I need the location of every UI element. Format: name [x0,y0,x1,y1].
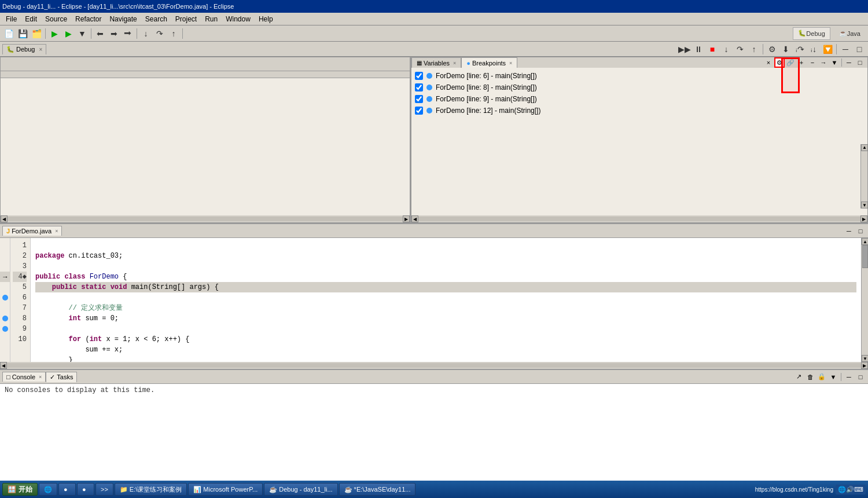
console-open-btn[interactable]: ↗ [793,372,804,382]
bp-checkbox-1[interactable] [415,72,423,80]
bp-hscroll[interactable]: ◀ ▶ [411,215,867,222]
toggle-step-filters-btn[interactable]: 🔽 [821,43,834,56]
menu-edit[interactable]: Edit [21,14,41,24]
console-tab[interactable]: □ Console × [2,372,46,382]
console-min-btn[interactable]: ─ [844,372,854,382]
editor-hscroll[interactable]: ◀ ▶ [0,362,868,369]
bp-link-btn[interactable]: 🔗 [785,57,796,68]
suspend-btn[interactable]: ⏸ [692,43,705,56]
menu-window[interactable]: Window [222,14,254,24]
terminate-btn[interactable]: ■ [706,43,719,56]
bp-remove-btn[interactable]: − [807,57,818,68]
menu-help[interactable]: Help [255,14,277,24]
bp-vscroll-down[interactable]: ▼ [861,202,868,208]
toolbar-debug-run[interactable]: ▶ [48,27,61,40]
toolbar-back[interactable]: ⬅ [94,27,106,40]
step-return-btn[interactable]: ↑ [748,43,760,56]
bp-filter-btn[interactable]: ▼ [829,57,840,68]
bp-vscroll-up[interactable]: ▲ [861,144,868,151]
bp-vscroll[interactable]: ▲ ▼ [860,144,867,209]
bp-max-btn[interactable]: □ [855,57,865,68]
variables-close-btn[interactable]: × [453,60,456,66]
debug-hscroll[interactable]: ◀ ▶ [1,215,410,222]
toolbar-fwd[interactable]: ➡ [108,27,120,40]
taskbar-item-ppt[interactable]: 📊 Microsoft PowerP... [188,483,263,496]
editor-tab-close[interactable]: × [55,228,58,234]
menu-search[interactable]: Search [142,14,171,24]
bp-checkbox-2[interactable] [415,83,423,91]
editor-vscroll-thumb[interactable] [862,245,868,268]
bp-hscroll-right[interactable]: ▶ [860,215,867,222]
console-clear-btn[interactable]: 🗑 [805,372,815,382]
menu-navigate[interactable]: Navigate [106,14,140,24]
bp-add-btn[interactable]: + [796,57,807,68]
toolbar-step-into[interactable]: ↓ [139,27,152,40]
step-over-btn[interactable]: ↷ [734,43,746,56]
toolbar-new[interactable]: 📄 [2,27,15,40]
toolbar-save[interactable]: 💾 [16,27,29,40]
console-scroll-lock-btn[interactable]: 🔒 [816,372,827,382]
bp-settings-btn[interactable]: ⚙ [774,57,785,68]
variables-tab[interactable]: ▦ Variables × [411,57,461,68]
perspective-debug-btn[interactable]: 🐛 Debug [793,27,830,40]
breakpoint-item-2[interactable]: ForDemo [line: 8] - main(String[]) [414,82,865,93]
taskbar-item-folder[interactable]: 📁 E:\课堂练习和案例 [115,483,187,496]
taskbar-item-debug[interactable]: ☕ Debug - day11_li... [264,483,337,496]
editor-vscroll[interactable]: ▲ ▼ [861,238,868,362]
toolbar-step-return[interactable]: ↑ [167,27,180,40]
perspective-java-btn[interactable]: ☕ Java [834,27,866,40]
bp-checkbox-4[interactable] [415,107,423,115]
console-close-btn[interactable]: × [39,374,42,380]
breakpoint-item-3[interactable]: ForDemo [line: 9] - main(String[]) [414,93,865,105]
editor-hscroll-right[interactable]: ▶ [861,362,868,369]
editor-tab-fordemo[interactable]: J ForDemo.java × [2,226,62,236]
breakpoint-item-4[interactable]: ForDemo [line: 12] - main(String[]) [414,105,865,116]
instruction-step-over-btn[interactable]: ᵢ↷ [793,43,806,56]
toolbar-run[interactable]: ▶ [62,27,75,40]
start-button[interactable]: 🪟 开始 [2,483,38,496]
taskbar-item-browser2[interactable]: ● [58,483,76,496]
toolbar-run-dropdown[interactable]: ▼ [76,27,89,40]
min-left-btn[interactable]: ─ [839,43,852,56]
bp-arrow-btn[interactable]: → [818,57,829,68]
toolbar-fwd2[interactable]: ⮕ [122,27,134,40]
taskbar-item-browser1[interactable]: 🌐 [39,483,57,496]
editor-vscroll-up[interactable]: ▲ [862,238,868,245]
bp-checkbox-3[interactable] [415,95,423,103]
console-section: □ Console × ✓ Tasks ↗ 🗑 🔒 ▼ ─ □ No conso… [0,369,868,481]
menu-file[interactable]: File [2,14,20,24]
max-left-btn[interactable]: □ [853,43,866,56]
menu-run[interactable]: Run [201,14,221,24]
step-into-btn[interactable]: ↓ [720,43,733,56]
console-dropdown-btn[interactable]: ▼ [828,372,838,382]
editor-vscroll-down[interactable]: ▼ [862,355,868,362]
breakpoints-tab[interactable]: ● Breakpoints × [461,57,517,68]
hscroll-left-btn[interactable]: ◀ [1,215,8,222]
menu-project[interactable]: Project [172,14,200,24]
bp-close-btn[interactable]: × [763,57,774,68]
code-content[interactable]: package cn.itcast_03; public class ForDe… [31,238,861,362]
menu-refactor[interactable]: Refactor [72,14,105,24]
editor-max-btn[interactable]: □ [855,226,866,236]
bp-hscroll-left[interactable]: ◀ [411,215,418,222]
tasks-tab[interactable]: ✓ Tasks [46,372,77,382]
taskbar-item-browser3[interactable]: ● [77,483,94,496]
taskbar-item-more[interactable]: >> [95,483,113,496]
toolbar-save-all[interactable]: 🗂️ [30,27,43,40]
use-step-filters-btn[interactable]: ⚙ [766,43,778,56]
console-max-btn[interactable]: □ [855,372,866,382]
bp-min-btn[interactable]: ─ [844,57,854,68]
hscroll-right-btn[interactable]: ▶ [403,215,410,222]
editor-hscroll-left[interactable]: ◀ [0,362,7,369]
editor-min-btn[interactable]: ─ [844,226,854,236]
menu-source[interactable]: Source [42,14,71,24]
debug-close-btn[interactable]: × [39,46,42,53]
breakpoint-item-1[interactable]: ForDemo [line: 6] - main(String[]) [414,70,865,82]
instruction-step-into-btn[interactable]: ᵢ↓ [807,43,820,56]
resume-btn[interactable]: ▶▶ [678,43,691,56]
breakpoints-close-btn[interactable]: × [509,60,512,66]
debug-panel-tab[interactable]: 🐛 Debug × [2,44,46,54]
drop-to-frame-btn[interactable]: ⬇ [779,43,792,56]
toolbar-step-over[interactable]: ↷ [153,27,166,40]
taskbar-item-java[interactable]: ☕ *E:\JavaSE\day11... [339,483,416,496]
